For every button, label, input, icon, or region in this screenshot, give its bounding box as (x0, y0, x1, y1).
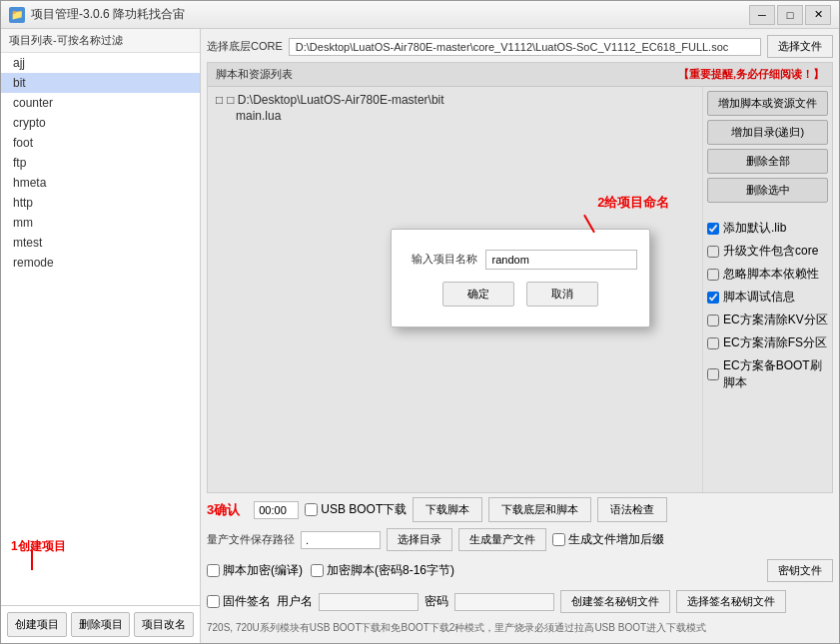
close-button[interactable]: ✕ (805, 5, 831, 25)
app-icon: 📁 (9, 7, 25, 23)
encrypt-row: 脚本加密(编译) 加密脚本(密码8-16字节) 密钥文件 (207, 557, 833, 584)
sidebar-header: 项目列表-可按名称过滤 (1, 29, 200, 53)
modal-field: 输入项目名称 (412, 250, 629, 270)
bottom-section: 3确认 USB BOOT下载 下载脚本 下载底层和脚本 语法检查 量产文件保存路… (207, 497, 833, 637)
main-panel: 选择底层CORE D:\Desktop\LuatOS-Air780E-maste… (201, 29, 839, 643)
encrypt-script-checkbox[interactable] (207, 564, 220, 577)
create-key-button[interactable]: 创建签名秘钥文件 (560, 590, 670, 613)
key-file-button[interactable]: 密钥文件 (767, 559, 833, 582)
sidebar-item[interactable]: mm (1, 213, 200, 233)
resource-panel: 脚本和资源列表 【重要提醒,务必仔细阅读！】 □ □ D:\Desktop\Lu… (207, 62, 833, 493)
append-timestamp-checkbox[interactable] (552, 533, 565, 546)
encrypt-script-row: 脚本加密(编译) (207, 562, 303, 579)
encrypt-bin-label: 加密脚本(密码8-16字节) (327, 562, 454, 579)
core-path: D:\Desktop\LuatOS-Air780E-master\core_V1… (289, 38, 761, 56)
sidebar-item[interactable]: foot (1, 133, 200, 153)
sidebar-item[interactable]: ajj (1, 53, 200, 73)
sidebar-item[interactable]: bit (1, 73, 200, 93)
firmware-sign-label: 固件签名 (223, 593, 271, 610)
encrypt-bin-checkbox[interactable] (311, 564, 324, 577)
step3-annotation: 3确认 (207, 501, 240, 519)
modal-cancel-button[interactable]: 取消 (526, 282, 598, 307)
modal-dialog: 输入项目名称 确定 取消 (391, 229, 650, 327)
encrypt-bin-row: 加密脚本(密码8-16字节) (311, 562, 454, 579)
project-name-input[interactable] (485, 250, 637, 270)
append-timestamp-label: 生成文件增加后缀 (568, 531, 664, 548)
core-label: 选择底层CORE (207, 39, 283, 54)
select-key-button[interactable]: 选择签名秘钥文件 (676, 590, 786, 613)
delete-project-button[interactable]: 删除项目 (71, 612, 131, 637)
sidebar-item[interactable]: mtest (1, 233, 200, 253)
encrypt-script-label: 脚本加密(编译) (223, 562, 303, 579)
modal-field-label: 输入项目名称 (412, 252, 477, 267)
sidebar-item[interactable]: counter (1, 93, 200, 113)
usb-boot-row: USB BOOT下载 (305, 501, 407, 518)
mass-path-input[interactable] (301, 531, 381, 549)
username-label: 用户名 (277, 593, 313, 610)
title-bar-left: 📁 项目管理-3.0.6 降功耗找合宙 (9, 6, 185, 23)
password-input[interactable] (454, 593, 554, 611)
sidebar: 项目列表-可按名称过滤 ajjbitcountercryptofootftphm… (1, 29, 201, 643)
usb-boot-label: USB BOOT下载 (321, 501, 407, 518)
content-area: 项目列表-可按名称过滤 ajjbitcountercryptofootftphm… (1, 29, 839, 643)
generate-btn[interactable]: 生成量产文件 (458, 528, 546, 551)
password-label: 密码 (424, 593, 448, 610)
username-input[interactable] (319, 593, 419, 611)
sidebar-item[interactable]: hmeta (1, 173, 200, 193)
resource-section: 脚本和资源列表 【重要提醒,务必仔细阅读！】 □ □ D:\Desktop\Lu… (207, 62, 833, 493)
create-project-button[interactable]: 创建项目 (7, 612, 67, 637)
title-bar: 📁 项目管理-3.0.6 降功耗找合宙 ─ □ ✕ (1, 1, 839, 29)
main-window: 📁 项目管理-3.0.6 降功耗找合宙 ─ □ ✕ 项目列表-可按名称过滤 aj… (0, 0, 840, 644)
minimize-button[interactable]: ─ (749, 5, 775, 25)
time-input[interactable] (254, 501, 299, 519)
modal-confirm-button[interactable]: 确定 (442, 282, 514, 307)
mass-label: 量产文件保存路径 (207, 532, 295, 547)
select-core-button[interactable]: 选择文件 (767, 35, 833, 58)
modal-body: 输入项目名称 确定 取消 (392, 230, 649, 326)
download-row-wrapper: 3确认 USB BOOT下载 下载脚本 下载底层和脚本 语法检查 (207, 497, 833, 522)
sign-row: 固件签名 用户名 密码 创建签名秘钥文件 选择签名秘钥文件 (207, 588, 833, 615)
info-text: 720S, 720U系列模块有USB BOOT下载和免BOOT下载2种模式，里产… (207, 619, 833, 637)
syntax-check-button[interactable]: 语法检查 (597, 497, 667, 522)
modal-overlay: 2给项目命名 输入项目名称 确定 (208, 63, 832, 492)
window-controls: ─ □ ✕ (749, 5, 831, 25)
modal-buttons: 确定 取消 (412, 282, 629, 307)
usb-boot-checkbox[interactable] (305, 503, 318, 516)
window-title: 项目管理-3.0.6 降功耗找合宙 (31, 6, 185, 23)
sidebar-list: ajjbitcountercryptofootftphmetahttpmmmte… (1, 53, 200, 575)
mass-production-row: 量产文件保存路径 选择目录 生成量产文件 生成文件增加后缀 (207, 526, 833, 553)
maximize-button[interactable]: □ (777, 5, 803, 25)
step2-annotation: 2给项目命名 (597, 194, 669, 212)
select-dir-button[interactable]: 选择目录 (387, 528, 452, 551)
sidebar-item[interactable]: http (1, 193, 200, 213)
sidebar-footer: 创建项目 删除项目 项目改名 (1, 605, 200, 643)
append-timestamp-row: 生成文件增加后缀 (552, 531, 664, 548)
sidebar-item[interactable]: ftp (1, 153, 200, 173)
sidebar-item[interactable]: remode (1, 253, 200, 273)
sidebar-item[interactable]: crypto (1, 113, 200, 133)
firmware-sign-row: 固件签名 (207, 593, 271, 610)
download-core-script-button[interactable]: 下载底层和脚本 (488, 497, 591, 522)
download-script-button[interactable]: 下载脚本 (413, 497, 482, 522)
core-row: 选择底层CORE D:\Desktop\LuatOS-Air780E-maste… (207, 35, 833, 58)
firmware-sign-checkbox[interactable] (207, 595, 220, 608)
rename-project-button[interactable]: 项目改名 (134, 612, 194, 637)
modal-container: 2给项目命名 输入项目名称 确定 (391, 229, 650, 327)
